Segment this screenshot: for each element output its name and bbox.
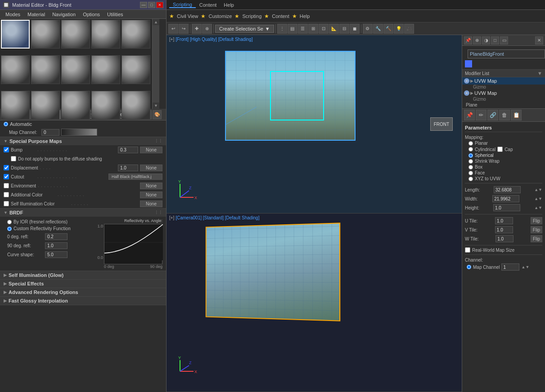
width-spinner[interactable]: ▲▼ xyxy=(534,196,542,201)
face-option[interactable]: Face xyxy=(468,170,542,175)
material-sphere-10[interactable] xyxy=(1,91,30,120)
material-sphere-7[interactable] xyxy=(61,55,90,84)
self-illum-glow-header[interactable]: ▶ Self Illumination (Glow) xyxy=(0,271,166,279)
spherical-option[interactable]: Spherical xyxy=(468,153,542,158)
transform-btn[interactable]: ⊕ xyxy=(202,24,212,34)
tool-13[interactable]: 🔨 xyxy=(383,24,393,34)
camera-viewport-label[interactable]: [+] [Camera001] [Standard] [Default Shad… xyxy=(169,215,259,220)
special-effects-header[interactable]: ▶ Special Effects xyxy=(0,280,166,288)
action-link-btn[interactable]: 🔗 xyxy=(487,110,498,120)
length-input[interactable] xyxy=(494,186,521,193)
additional-color-checkbox[interactable] xyxy=(4,192,9,197)
brdf-options[interactable]: ⋮⋮ xyxy=(154,210,162,215)
material-sphere-1[interactable] xyxy=(31,20,60,49)
tool-6[interactable]: ⊞ xyxy=(308,24,318,34)
vp-bot-shading[interactable]: [Default Shading] xyxy=(225,215,260,220)
vp-top-quality[interactable]: [High Quality] xyxy=(190,37,217,42)
help-toolbar-label[interactable]: Help xyxy=(300,13,310,19)
environment-checkbox[interactable] xyxy=(4,183,9,188)
redo-btn[interactable]: ↪ xyxy=(179,24,189,34)
plane-item[interactable]: Plane xyxy=(462,102,545,108)
param-close-btn[interactable]: ✕ xyxy=(535,36,543,45)
bump-map-btn[interactable]: None xyxy=(140,147,162,153)
shrink-wrap-radio[interactable] xyxy=(468,159,473,164)
custom-reflectivity-radio[interactable] xyxy=(7,227,12,231)
map-channel-input[interactable] xyxy=(41,129,59,136)
scroll-down-btn[interactable]: ▼ xyxy=(153,102,159,109)
material-sphere-9[interactable] xyxy=(122,55,150,84)
by-ior-radio[interactable] xyxy=(7,220,12,224)
width-input[interactable] xyxy=(492,195,519,202)
vtile-input[interactable] xyxy=(495,226,513,233)
material-sphere-11[interactable] xyxy=(31,91,60,120)
section-options[interactable]: ⋮⋮ xyxy=(154,139,162,143)
channel-input[interactable] xyxy=(501,263,519,271)
bump-checkbox[interactable] xyxy=(4,147,9,152)
automatic-radio[interactable] xyxy=(4,122,8,126)
undo-btn[interactable]: ↩ xyxy=(168,24,178,34)
material-sphere-4[interactable] xyxy=(122,20,150,49)
menu-material[interactable]: Material xyxy=(24,12,49,17)
channel-spinner[interactable]: ▲▼ xyxy=(521,265,529,269)
self-illum-color-map-btn[interactable]: None xyxy=(140,200,162,207)
create-selection-set-btn[interactable]: Create Selection Se ▼ xyxy=(215,25,274,33)
vp-top-shading[interactable]: [Default Shading] xyxy=(218,37,253,42)
modifier-item-uvwmap-2[interactable]: 👁 ▶ UVW Map xyxy=(462,89,545,97)
no-bumps-checkbox[interactable] xyxy=(11,156,16,161)
front-viewport[interactable]: [+] [Front] [High Quality] [Default Shad… xyxy=(167,35,462,214)
front-viewport-label[interactable]: [+] [Front] [High Quality] [Default Shad… xyxy=(169,37,252,42)
wtile-flip-btn[interactable]: Flip xyxy=(531,235,542,242)
pin-btn[interactable]: 📌 xyxy=(464,36,472,45)
vp-top-plus[interactable]: [+] xyxy=(169,37,174,42)
cylindrical-radio[interactable] xyxy=(468,147,473,151)
special-purpose-maps-header[interactable]: ▼ Special Purpose Maps ⋮⋮ xyxy=(0,137,166,145)
tool-15[interactable]: 🎥 xyxy=(404,24,414,34)
deg0-input[interactable] xyxy=(45,233,68,240)
action-delete-btn[interactable]: 🗑 xyxy=(499,110,510,120)
content-menu[interactable]: Content xyxy=(196,2,221,8)
xyz-to-uvw-option[interactable]: XYZ to UVW xyxy=(468,176,542,181)
planar-option[interactable]: Planar xyxy=(468,141,542,146)
tool-14[interactable]: 💡 xyxy=(394,24,404,34)
xyz-to-uvw-radio[interactable] xyxy=(468,177,473,181)
wtile-input[interactable] xyxy=(495,235,513,242)
action-edit-btn[interactable]: ✏ xyxy=(476,110,486,120)
civil-view-label[interactable]: Civil View xyxy=(177,13,198,19)
camera-viewport[interactable]: [+] [Camera001] [Standard] [Default Shad… xyxy=(167,214,462,392)
select-btn[interactable]: ✚ xyxy=(192,24,202,34)
help-menu[interactable]: Help xyxy=(220,2,238,8)
displacement-checkbox[interactable] xyxy=(4,165,9,170)
param-btn-3[interactable]: □ xyxy=(491,36,499,45)
menu-utilities[interactable]: Utilities xyxy=(104,12,126,17)
cutout-map-btn[interactable]: Half Black (HalfBlack.j xyxy=(108,174,162,180)
height-input[interactable] xyxy=(493,204,520,211)
mod-expand-2[interactable]: ▶ xyxy=(470,91,473,95)
tool-12[interactable]: 🔧 xyxy=(373,24,383,34)
scripting-toolbar-label[interactable]: Scripting xyxy=(242,13,261,19)
cutout-checkbox[interactable] xyxy=(4,174,9,179)
close-button[interactable]: ✕ xyxy=(156,2,163,8)
material-sphere-13[interactable] xyxy=(91,91,120,120)
length-spinner[interactable]: ▲▼ xyxy=(534,187,542,192)
displacement-map-btn[interactable]: None xyxy=(140,165,162,171)
tool-7[interactable]: ⊡ xyxy=(319,24,329,34)
box-radio[interactable] xyxy=(468,165,473,169)
material-sphere-5[interactable] xyxy=(1,55,30,84)
material-sphere-3[interactable] xyxy=(91,20,120,49)
curve-shape-input[interactable] xyxy=(45,251,68,258)
face-radio[interactable] xyxy=(468,171,473,175)
additional-color-map-btn[interactable]: None xyxy=(140,192,162,198)
material-sphere-6[interactable] xyxy=(31,55,60,84)
action-copy-btn[interactable]: 📋 xyxy=(511,110,522,120)
mod-expand-1[interactable]: ▶ xyxy=(470,79,473,83)
cap-checkbox[interactable] xyxy=(497,147,503,152)
deg90-input[interactable] xyxy=(45,242,68,249)
cylindrical-option[interactable]: Cylindrical Cap xyxy=(468,147,542,152)
visibility-eye-2[interactable]: 👁 xyxy=(464,90,469,96)
environment-map-btn[interactable]: None xyxy=(140,183,162,189)
tool-10[interactable]: ◼ xyxy=(350,24,360,34)
tool-3[interactable]: ⋮ xyxy=(277,24,287,34)
customize-label[interactable]: Customize xyxy=(208,13,232,19)
tool-5[interactable]: ☰ xyxy=(298,24,308,34)
fast-glossy-header[interactable]: ▶ Fast Glossy Interpolation xyxy=(0,297,166,305)
